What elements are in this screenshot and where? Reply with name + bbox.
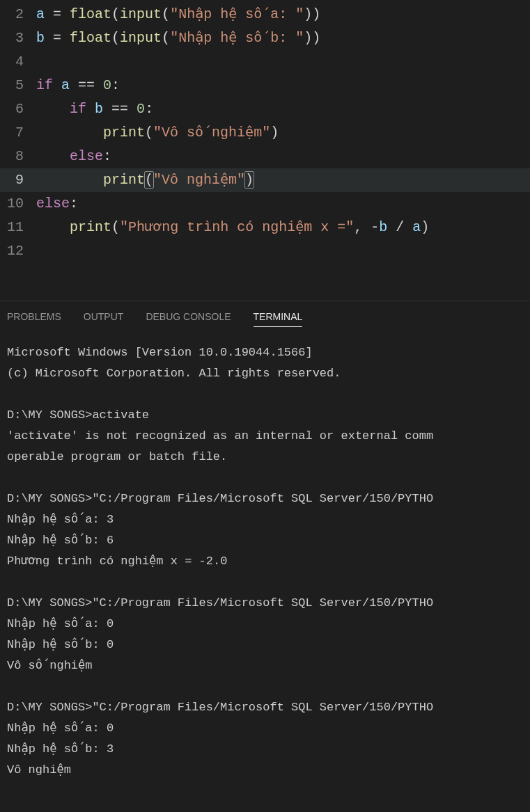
terminal-line	[7, 468, 523, 488]
terminal-line: D:\MY SONGS>"C:/Program Files/Microsoft …	[7, 488, 523, 509]
code-line[interactable]: 11 print("Phương trình có nghiệm x =", -…	[0, 216, 530, 239]
code-line[interactable]: 5if a == 0:	[0, 74, 530, 97]
terminal-line	[7, 676, 523, 697]
terminal-line: D:\MY SONGS>activate	[7, 405, 523, 426]
terminal-line: (c) Microsoft Corporation. All rights re…	[7, 363, 523, 384]
line-number: 5	[0, 74, 36, 97]
tab-terminal[interactable]: TERMINAL	[254, 311, 303, 327]
terminal-line: Nhập hệ số b: 6	[7, 530, 523, 551]
code-line[interactable]: 8 else:	[0, 145, 530, 168]
code-content[interactable]: if a == 0:	[36, 74, 120, 97]
code-line[interactable]: 9 print("Vô nghiệm")	[0, 168, 530, 192]
terminal-line	[7, 384, 523, 405]
tab-output[interactable]: OUTPUT	[84, 311, 124, 327]
terminal-line: Phương trình có nghiệm x = -2.0	[7, 551, 523, 572]
line-number: 4	[0, 50, 36, 74]
code-content[interactable]: a = float(input("Nhập hệ số a: "))	[36, 3, 320, 26]
line-number: 7	[0, 121, 36, 145]
code-line[interactable]: 7 print("Vô số nghiệm")	[0, 121, 530, 145]
code-line[interactable]: 4	[0, 50, 530, 74]
bottom-panel: PROBLEMSOUTPUTDEBUG CONSOLETERMINAL Micr…	[0, 301, 530, 786]
tab-debug-console[interactable]: DEBUG CONSOLE	[146, 311, 231, 327]
terminal-line	[7, 572, 523, 593]
code-editor[interactable]: 2a = float(input("Nhập hệ số a: "))3b = …	[0, 0, 530, 266]
terminal-line: Nhập hệ số a: 0	[7, 718, 523, 739]
tab-problems[interactable]: PROBLEMS	[7, 311, 61, 327]
code-line[interactable]: 3b = float(input("Nhập hệ số b: "))	[0, 26, 530, 50]
terminal-line: Vô nghiệm	[7, 760, 523, 781]
code-content[interactable]: else:	[36, 145, 111, 168]
line-number: 2	[0, 3, 36, 26]
line-number: 12	[0, 239, 36, 263]
code-line[interactable]: 6 if b == 0:	[0, 97, 530, 121]
line-number: 11	[0, 216, 36, 239]
code-content[interactable]: else:	[36, 192, 78, 216]
terminal-line: D:\MY SONGS>"C:/Program Files/Microsoft …	[7, 593, 523, 614]
code-line[interactable]: 10else:	[0, 192, 530, 216]
line-number: 9	[0, 168, 36, 192]
code-content[interactable]: print("Vô số nghiệm")	[36, 121, 279, 145]
code-content[interactable]: b = float(input("Nhập hệ số b: "))	[36, 26, 320, 50]
terminal-line: Nhập hệ số b: 0	[7, 635, 523, 655]
terminal-line: Nhập hệ số a: 3	[7, 509, 523, 530]
terminal-line: Nhập hệ số a: 0	[7, 614, 523, 635]
panel-tabs: PROBLEMSOUTPUTDEBUG CONSOLETERMINAL	[0, 301, 530, 337]
terminal-line: Vô số nghiệm	[7, 655, 523, 676]
line-number: 3	[0, 26, 36, 50]
terminal-line: Microsoft Windows [Version 10.0.19044.15…	[7, 342, 523, 363]
terminal-output[interactable]: Microsoft Windows [Version 10.0.19044.15…	[0, 337, 530, 786]
line-number: 10	[0, 192, 36, 216]
line-number: 8	[0, 145, 36, 168]
terminal-line: Nhập hệ số b: 3	[7, 739, 523, 760]
code-line[interactable]: 12	[0, 239, 530, 263]
code-line[interactable]: 2a = float(input("Nhập hệ số a: "))	[0, 3, 530, 26]
code-content[interactable]: if b == 0:	[36, 97, 153, 121]
code-content[interactable]: print("Phương trình có nghiệm x =", -b /…	[36, 216, 429, 239]
terminal-line: operable program or batch file.	[7, 447, 523, 468]
terminal-line: D:\MY SONGS>"C:/Program Files/Microsoft …	[7, 697, 523, 718]
terminal-line: 'activate' is not recognized as an inter…	[7, 426, 523, 447]
code-content[interactable]: print("Vô nghiệm")	[36, 168, 254, 192]
line-number: 6	[0, 97, 36, 121]
